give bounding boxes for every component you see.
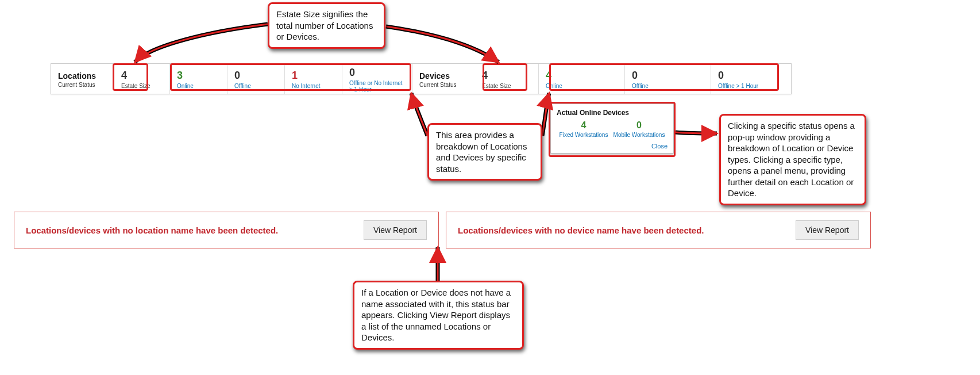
stat-value: 4: [546, 70, 619, 82]
popup-item-label: Fixed Workstations: [560, 132, 608, 138]
stat-value: 1: [292, 70, 336, 82]
stat-value: 0: [349, 67, 406, 79]
stat-label: Online: [177, 83, 221, 89]
alert-message: Locations/devices with no location name …: [26, 225, 278, 235]
stat-value: 3: [177, 70, 221, 82]
alert-no-device-name: Locations/devices with no device name ha…: [446, 212, 871, 248]
locations-subtitle: Current Status: [58, 82, 109, 88]
devices-estate-size-value: 4: [482, 70, 533, 82]
online-devices-popup: Actual Online Devices 4 Fixed Workstatio…: [550, 104, 674, 154]
locations-estate-size-value: 4: [121, 70, 164, 82]
alert-row: Locations/devices with no location name …: [14, 212, 871, 248]
devices-estate-size-label: Estate Size: [482, 83, 533, 89]
devices-stat-offline[interactable]: 0 Offline: [624, 64, 711, 94]
stat-value: 0: [234, 70, 279, 82]
locations-estate-size[interactable]: 4 Estate Size: [114, 64, 169, 94]
stat-label: Offline: [632, 83, 705, 89]
callout-estate-size: Estate Size signifies the total number o…: [268, 2, 385, 49]
view-report-button[interactable]: View Report: [364, 220, 427, 240]
locations-header: Locations Current Status: [51, 64, 114, 94]
stat-value: 0: [718, 70, 785, 82]
callout-breakdown: This area provides a breakdown of Locati…: [427, 123, 542, 181]
popup-title: Actual Online Devices: [557, 109, 668, 117]
locations-title: Locations: [58, 71, 109, 81]
locations-stat-online[interactable]: 3 Online: [169, 64, 227, 94]
status-bar: Locations Current Status 4 Estate Size 3…: [51, 63, 792, 94]
popup-fixed-workstations[interactable]: 4 Fixed Workstations: [560, 120, 608, 138]
stat-label: No Internet: [292, 83, 336, 89]
stat-label: Offline or No Internet > 1 Hour: [349, 80, 406, 93]
callout-status-click: Clicking a specific status opens a pop-u…: [719, 114, 866, 205]
locations-stat-offline[interactable]: 0 Offline: [227, 64, 284, 94]
locations-estate-size-label: Estate Size: [121, 83, 164, 89]
devices-subtitle: Current Status: [419, 82, 469, 88]
stat-label: Offline: [234, 83, 279, 89]
locations-stat-no-internet[interactable]: 1 No Internet: [284, 64, 342, 94]
devices-stat-offline-1hr[interactable]: 0 Offline > 1 Hour: [711, 64, 791, 94]
stat-value: 0: [632, 70, 705, 82]
devices-stat-online[interactable]: 4 Online: [538, 64, 624, 94]
alert-message: Locations/devices with no device name ha…: [458, 225, 704, 235]
locations-stat-offline-1hr[interactable]: 0 Offline or No Internet > 1 Hour: [342, 64, 412, 94]
view-report-button[interactable]: View Report: [796, 220, 859, 240]
stat-label: Online: [546, 83, 619, 89]
popup-item-value: 4: [560, 120, 608, 131]
popup-mobile-workstations[interactable]: 0 Mobile Workstations: [614, 120, 665, 138]
stat-label: Offline > 1 Hour: [718, 83, 785, 89]
popup-item-value: 0: [614, 120, 665, 131]
callout-unnamed-bar: If a Location or Device does not have a …: [353, 281, 524, 350]
devices-header: Devices Current Status: [412, 64, 475, 94]
popup-item-label: Mobile Workstations: [614, 132, 665, 138]
alert-no-location-name: Locations/devices with no location name …: [14, 212, 439, 248]
devices-title: Devices: [419, 71, 469, 81]
popup-close[interactable]: Close: [557, 143, 668, 150]
devices-estate-size[interactable]: 4 Estate Size: [475, 64, 538, 94]
